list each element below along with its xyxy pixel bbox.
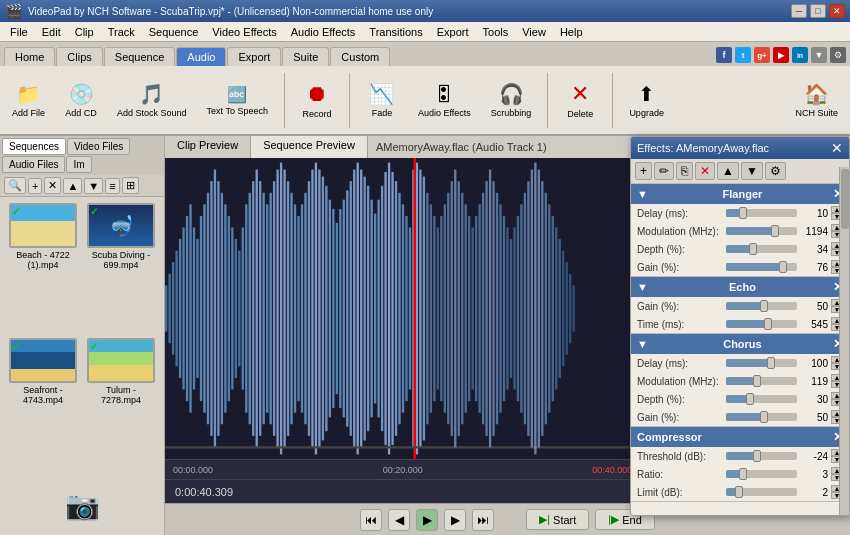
tab-audio[interactable]: Audio — [176, 47, 226, 66]
images-tab[interactable]: Im — [66, 156, 91, 173]
panel-down-button[interactable]: ▼ — [84, 178, 103, 194]
comp-limit-thumb[interactable] — [735, 486, 743, 498]
menu-sequence[interactable]: Sequence — [143, 24, 205, 40]
list-item[interactable]: ✓ Beach - 4722 (1).mp4 — [6, 203, 80, 334]
effects-settings-button[interactable]: ⚙ — [765, 162, 786, 180]
video-files-tab[interactable]: Video Files — [67, 138, 130, 155]
echo-time-slider[interactable] — [726, 320, 797, 328]
googleplus-icon[interactable]: g+ — [754, 47, 770, 63]
effects-down-button[interactable]: ▼ — [741, 162, 763, 180]
youtube-icon[interactable]: ▶ — [773, 47, 789, 63]
flanger-gain-slider[interactable] — [726, 263, 797, 271]
chorus-mod-slider[interactable] — [726, 377, 797, 385]
panel-up-button[interactable]: ▲ — [63, 178, 82, 194]
chorus-collapse-icon[interactable]: ▼ — [637, 338, 648, 350]
start-button[interactable]: ▶| Start — [526, 509, 589, 530]
tab-suite[interactable]: Suite — [282, 47, 329, 66]
comp-ratio-slider[interactable] — [726, 470, 797, 478]
chorus-delay-slider[interactable] — [726, 359, 797, 367]
audio-files-tab[interactable]: Audio Files — [2, 156, 65, 173]
flanger-delay-slider[interactable] — [726, 209, 797, 217]
menu-video-effects[interactable]: Video Effects — [206, 24, 282, 40]
echo-collapse-icon[interactable]: ▼ — [637, 281, 648, 293]
effects-close-button[interactable]: ✕ — [831, 140, 843, 156]
menu-file[interactable]: File — [4, 24, 34, 40]
sequences-tab[interactable]: Sequences — [2, 138, 66, 155]
chorus-mod-thumb[interactable] — [753, 375, 761, 387]
tab-export[interactable]: Export — [227, 47, 281, 66]
tab-home[interactable]: Home — [4, 47, 55, 66]
effects-delete-button[interactable]: ✕ — [695, 162, 715, 180]
tab-clips[interactable]: Clips — [56, 47, 102, 66]
flanger-collapse-icon[interactable]: ▼ — [637, 188, 648, 200]
menu-tools[interactable]: Tools — [477, 24, 515, 40]
list-item[interactable]: ✓ 🤿 Scuba Diving - 699.mp4 — [84, 203, 158, 334]
settings-icon[interactable]: ⚙ — [830, 47, 846, 63]
clip-preview-tab[interactable]: Clip Preview — [165, 136, 251, 158]
upgrade-button[interactable]: ⬆ Upgrade — [623, 78, 670, 122]
effects-edit-button[interactable]: ✏ — [654, 162, 674, 180]
chorus-gain-thumb[interactable] — [760, 411, 768, 423]
comp-threshold-slider[interactable] — [726, 452, 797, 460]
flanger-gain-thumb[interactable] — [779, 261, 787, 273]
skip-to-start-button[interactable]: ⏮ — [360, 509, 382, 531]
effects-up-button[interactable]: ▲ — [717, 162, 739, 180]
play-button[interactable]: ▶ — [416, 509, 438, 531]
echo-gain-thumb[interactable] — [760, 300, 768, 312]
menu-edit[interactable]: Edit — [36, 24, 67, 40]
close-button[interactable]: ✕ — [829, 4, 845, 18]
echo-gain-slider[interactable] — [726, 302, 797, 310]
menu-export[interactable]: Export — [431, 24, 475, 40]
facebook-icon[interactable]: f — [716, 47, 732, 63]
maximize-button[interactable]: □ — [810, 4, 826, 18]
skip-to-end-button[interactable]: ⏭ — [472, 509, 494, 531]
flanger-mod-thumb[interactable] — [771, 225, 779, 237]
menu-view[interactable]: View — [516, 24, 552, 40]
flanger-delay-thumb[interactable] — [739, 207, 747, 219]
menu-transitions[interactable]: Transitions — [363, 24, 428, 40]
fade-button[interactable]: 📉 Fade — [360, 78, 404, 122]
flanger-mod-slider[interactable] — [726, 227, 797, 235]
text-to-speech-button[interactable]: 🔤 Text To Speech — [201, 81, 274, 120]
list-item[interactable]: ✓ Tulum - 7278.mp4 — [84, 338, 158, 469]
chorus-gain-slider[interactable] — [726, 413, 797, 421]
tab-sequence[interactable]: Sequence — [104, 47, 176, 66]
next-frame-button[interactable]: ▶ — [444, 509, 466, 531]
echo-time-thumb[interactable] — [764, 318, 772, 330]
chorus-depth-slider[interactable] — [726, 395, 797, 403]
twitter-icon[interactable]: t — [735, 47, 751, 63]
panel-add-button[interactable]: + — [28, 178, 42, 194]
panel-list-view-button[interactable]: ≡ — [105, 178, 119, 194]
comp-ratio-thumb[interactable] — [739, 468, 747, 480]
add-cd-button[interactable]: 💿 Add CD — [59, 78, 103, 122]
effects-add-button[interactable]: + — [635, 162, 652, 180]
effects-copy-button[interactable]: ⎘ — [676, 162, 693, 180]
delete-button[interactable]: ✕ Delete — [558, 77, 602, 123]
audio-effects-button[interactable]: 🎛 Audio Effects — [412, 79, 477, 122]
nch-suite-button[interactable]: 🏠 NCH Suite — [789, 78, 844, 122]
comp-limit-slider[interactable] — [726, 488, 797, 496]
panel-search-button[interactable]: 🔍 — [4, 177, 26, 194]
tab-custom[interactable]: Custom — [330, 47, 390, 66]
menu-help[interactable]: Help — [554, 24, 589, 40]
previous-frame-button[interactable]: ◀ — [388, 509, 410, 531]
flanger-depth-slider[interactable] — [726, 245, 797, 253]
scrubbing-button[interactable]: 🎧 Scrubbing — [485, 78, 538, 122]
add-file-button[interactable]: 📁 Add File — [6, 78, 51, 122]
more-social-icon[interactable]: ▼ — [811, 47, 827, 63]
linkedin-icon[interactable]: in — [792, 47, 808, 63]
menu-audio-effects[interactable]: Audio Effects — [285, 24, 362, 40]
list-item[interactable]: ✓ Seafront - 4743.mp4 — [6, 338, 80, 469]
chorus-delay-thumb[interactable] — [767, 357, 775, 369]
record-button[interactable]: ⏺ Record — [295, 77, 339, 123]
menu-clip[interactable]: Clip — [69, 24, 100, 40]
comp-threshold-thumb[interactable] — [753, 450, 761, 462]
add-stock-sound-button[interactable]: 🎵 Add Stock Sound — [111, 78, 193, 122]
minimize-button[interactable]: ─ — [791, 4, 807, 18]
effects-scroll-thumb[interactable] — [841, 169, 849, 229]
panel-remove-button[interactable]: ✕ — [44, 177, 61, 194]
sequence-preview-tab[interactable]: Sequence Preview — [251, 136, 368, 158]
effects-scrollbar[interactable] — [839, 167, 849, 515]
panel-grid-view-button[interactable]: ⊞ — [122, 177, 139, 194]
chorus-depth-thumb[interactable] — [746, 393, 754, 405]
